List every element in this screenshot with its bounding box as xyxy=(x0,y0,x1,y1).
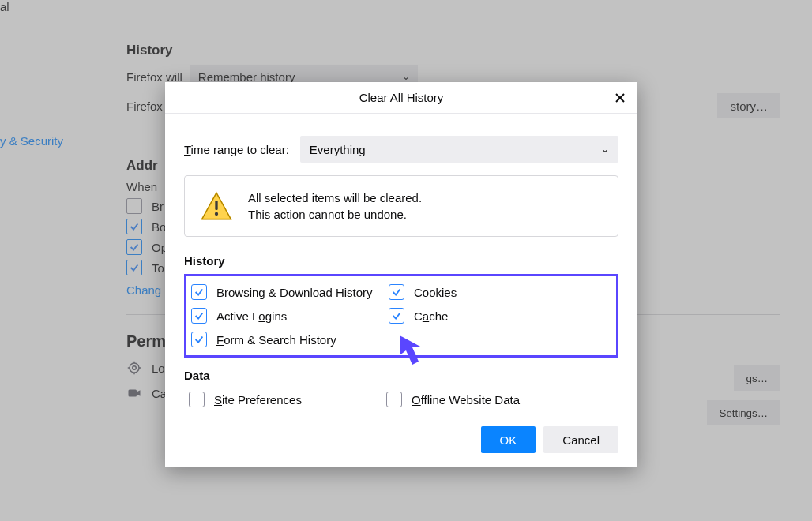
checkbox-cache[interactable] xyxy=(389,308,404,324)
checkbox-offline-data[interactable] xyxy=(386,392,402,407)
time-range-select[interactable]: Everything ⌄ xyxy=(300,136,618,163)
checkbox-cookies[interactable] xyxy=(389,284,404,300)
warning-box: All selected items will be cleared. This… xyxy=(184,175,618,237)
dialog-title: Clear All History xyxy=(359,91,444,104)
ok-button[interactable]: OK xyxy=(481,426,536,453)
data-subsection: Data xyxy=(184,369,618,382)
checkbox-form-history-label: Form & Search History xyxy=(216,333,336,347)
checkbox-cookies-label: Cookies xyxy=(414,286,457,299)
history-checkbox-group-highlight: Browsing & Download History Cookies Acti… xyxy=(184,274,618,358)
svg-point-13 xyxy=(215,212,218,216)
warning-line1: All selected items will be cleared. xyxy=(248,191,422,204)
warning-line2: This action cannot be undone. xyxy=(248,208,422,221)
warning-text: All selected items will be cleared. This… xyxy=(248,191,422,221)
checkbox-form-history[interactable] xyxy=(191,332,207,347)
checkbox-active-logins-label: Active Logins xyxy=(216,309,287,323)
cancel-button[interactable]: Cancel xyxy=(543,426,618,453)
checkbox-site-preferences[interactable] xyxy=(189,392,205,407)
chevron-down-icon: ⌄ xyxy=(601,144,609,155)
clear-history-dialog: Clear All History Time range to clear: E… xyxy=(165,82,637,467)
warning-icon xyxy=(201,190,232,222)
checkbox-offline-data-label: Offline Website Data xyxy=(412,393,520,407)
dialog-header: Clear All History xyxy=(165,82,637,114)
time-range-label: Time range to clear: xyxy=(184,143,289,156)
checkbox-browsing-history-label: Browsing & Download History xyxy=(216,286,373,299)
checkbox-site-preferences-label: Site Preferences xyxy=(214,393,302,407)
checkbox-active-logins[interactable] xyxy=(191,308,207,324)
time-range-value: Everything xyxy=(310,143,366,156)
svg-rect-12 xyxy=(215,201,217,210)
checkbox-cache-label: Cache xyxy=(414,309,448,323)
checkbox-browsing-history[interactable] xyxy=(191,284,207,300)
history-subsection: History xyxy=(184,254,618,268)
close-icon[interactable] xyxy=(607,85,633,111)
